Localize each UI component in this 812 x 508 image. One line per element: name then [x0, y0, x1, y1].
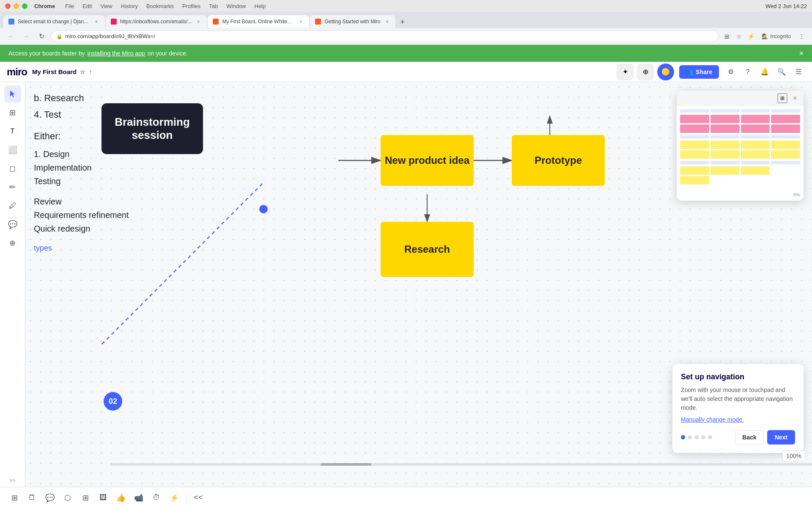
notification-link[interactable]: installing the Miro app [88, 50, 145, 57]
video-tool-bottom[interactable]: 📹 [131, 490, 146, 505]
frame-tool-bottom[interactable]: ⊞ [7, 490, 22, 505]
tab-3-close[interactable]: × [297, 18, 304, 25]
bottom-scrollbar[interactable] [110, 463, 812, 466]
zoom-tool[interactable]: ⊕ [637, 64, 654, 80]
bookmark-icon[interactable]: ☆ [734, 31, 744, 41]
menu-profiles[interactable]: Profiles [182, 3, 200, 9]
menu-history[interactable]: History [121, 3, 137, 9]
maximize-button[interactable] [22, 3, 27, 9]
tab-2-close[interactable]: × [195, 18, 202, 25]
sticky-tool-bottom[interactable]: 🗒 [25, 490, 40, 505]
expand-tools-button[interactable]: << [191, 490, 206, 505]
minimize-button[interactable] [14, 3, 19, 9]
notification-close-button[interactable]: × [799, 49, 804, 58]
miro-logo[interactable]: miro [7, 66, 27, 78]
step-badge: 02 [104, 392, 122, 411]
canvas[interactable]: b. Research 4. Test Either: 1. Design Im… [25, 82, 812, 487]
tab-3[interactable]: My First Board, Online Whitebo... × [208, 15, 309, 28]
back-button-nav[interactable]: Back [735, 430, 763, 444]
sidebar-expand-button[interactable]: >> [9, 478, 15, 483]
select-tool-sidebar[interactable] [4, 86, 21, 102]
board-title: My First Board ☆ ↑ [32, 68, 92, 76]
system-time: Wed 2 Jun 14:22 [765, 3, 807, 9]
star-icon[interactable]: ☆ [80, 69, 85, 75]
research-node[interactable]: Research [381, 222, 474, 277]
marker-tool[interactable]: 🖊 [4, 197, 21, 214]
shape-tool[interactable]: ◻ [4, 160, 21, 177]
comment-tool-bottom[interactable]: 💬 [42, 490, 58, 505]
timer-tool-bottom[interactable]: ⏱ [149, 490, 164, 505]
collaborator-avatar[interactable]: 🟡 [657, 64, 674, 80]
sticky-14 [710, 150, 740, 159]
text-tool[interactable]: T [4, 123, 21, 140]
menu-bookmarks[interactable]: Bookmarks [146, 3, 174, 9]
stickies-close-icon[interactable]: × [790, 93, 800, 103]
bottom-toolbar: ⊞ 🗒 💬 ⬡ ⊞ 🖼 👍 📹 ⏱ ⚡ << [0, 487, 812, 508]
incognito-badge: 🕵 Incognito [757, 32, 795, 41]
prototype-node[interactable]: Prototype [512, 135, 605, 186]
tab-2-title: https://inboxflows.com/emails/... [120, 19, 192, 25]
more-options-icon[interactable]: ⋮ [797, 31, 807, 41]
zoom-indicator: 100% [782, 450, 805, 461]
sidebar-icon[interactable]: ☰ [792, 65, 805, 79]
sticky-empty [771, 166, 800, 175]
tab-4[interactable]: Getting Started with Miro × [310, 15, 395, 28]
lightning-tool-bottom[interactable]: ⚡ [167, 490, 182, 505]
crop-tool[interactable]: ⊕ [4, 235, 21, 251]
bell-icon[interactable]: 🔔 [758, 65, 771, 79]
scrollbar-thumb[interactable] [321, 463, 371, 466]
reload-button[interactable]: ↻ [36, 30, 47, 42]
text-requirements: Requirements refinement [34, 208, 129, 222]
table-tool-bottom[interactable]: ⊞ [78, 490, 93, 505]
next-button-nav[interactable]: Next [767, 430, 795, 444]
search-icon[interactable]: 🔍 [775, 65, 788, 79]
menu-tab[interactable]: Tab [209, 3, 218, 9]
url-bar[interactable]: 🔒 miro.com/app/board/o9J_lBVxBWs=/ [51, 30, 719, 42]
new-tab-button[interactable]: + [396, 16, 408, 28]
like-tool-bottom[interactable]: 👍 [113, 490, 129, 505]
forward-button[interactable]: → [20, 30, 32, 42]
sticky-note-tool[interactable]: ⬜ [4, 141, 21, 158]
nav-helper-text: Zoom with your mouse or touchpad and we'… [681, 386, 795, 412]
stickies-expand-icon[interactable]: ⊞ [777, 93, 787, 103]
tab-4-close[interactable]: × [384, 18, 390, 25]
pen-tool[interactable]: ✏ [4, 179, 21, 196]
text-types-link[interactable]: types [34, 242, 129, 254]
select-tool[interactable]: ✦ [617, 64, 634, 80]
dot-4 [701, 435, 705, 439]
image-tool-bottom[interactable]: 🖼 [96, 490, 111, 505]
url-text: miro.com/app/board/o9J_lBVxBWs=/ [65, 33, 155, 39]
nav-helper-link[interactable]: Manually change mode. [681, 416, 744, 423]
menu-edit[interactable]: Edit [82, 3, 92, 9]
settings-icon[interactable]: ⚙ [724, 65, 738, 79]
upload-icon[interactable]: ↑ [89, 68, 92, 76]
dot-3 [694, 435, 699, 439]
tab-1[interactable]: Select email to change | Djang... × [3, 15, 105, 28]
tab-1-close[interactable]: × [93, 18, 100, 25]
stickies-zoom: 5% [793, 192, 800, 197]
comment-tool[interactable]: 💬 [4, 216, 21, 233]
cast-icon[interactable]: ⊞ [722, 31, 732, 41]
sticky-7 [741, 124, 770, 133]
menu-window[interactable]: Window [226, 3, 246, 9]
back-button[interactable]: ← [5, 30, 17, 42]
stickies-preview-panel: ⊞ × [677, 91, 804, 201]
brainstorm-node[interactable]: Brainstormingsession [102, 103, 203, 154]
shape-tool-bottom[interactable]: ⬡ [60, 490, 75, 505]
step-badge-text: 02 [109, 397, 117, 406]
address-bar-actions: ⊞ ☆ ⚡ 🕵 Incognito ⋮ [722, 31, 807, 41]
close-button[interactable] [5, 3, 11, 9]
new-product-node-text: New product idea [385, 155, 469, 166]
help-icon[interactable]: ? [741, 65, 754, 79]
menu-file[interactable]: File [65, 3, 74, 9]
notification-text: Access your boards faster by [8, 50, 85, 57]
share-button[interactable]: 👥 Share [679, 65, 719, 79]
dot-1 [681, 435, 685, 439]
extensions-icon[interactable]: ⚡ [746, 31, 756, 41]
frames-tool[interactable]: ⊞ [4, 104, 21, 121]
tab-2[interactable]: https://inboxflows.com/emails/... × [106, 15, 207, 28]
menu-view[interactable]: View [100, 3, 112, 9]
menu-help[interactable]: Help [255, 3, 266, 9]
new-product-node[interactable]: New product idea [381, 135, 474, 186]
sticky-13 [680, 150, 709, 159]
